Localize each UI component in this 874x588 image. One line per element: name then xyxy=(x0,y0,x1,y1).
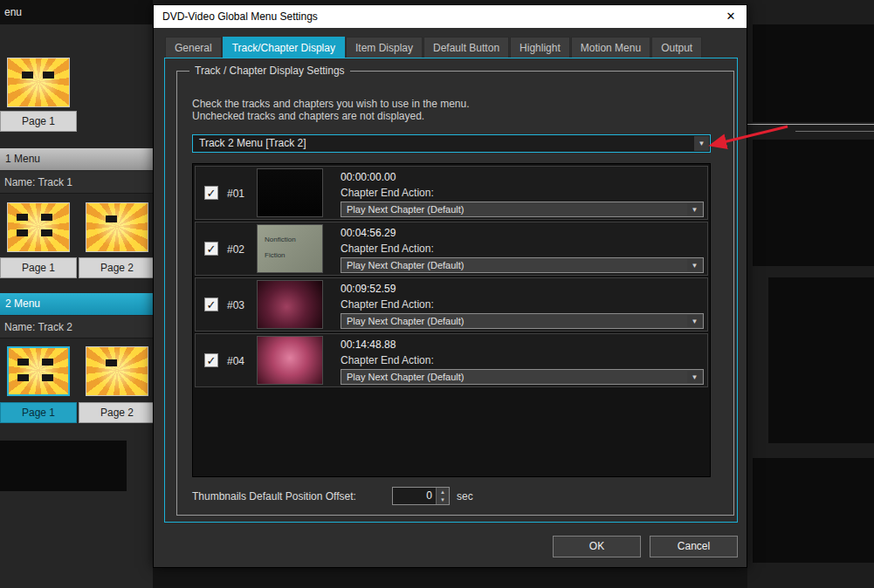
track2-page2-thumbnail[interactable] xyxy=(86,346,148,396)
tab-motion-menu[interactable]: Motion Menu xyxy=(571,37,650,58)
background-panel xyxy=(753,24,874,122)
background-panel xyxy=(753,140,874,266)
tab-default-button[interactable]: Default Button xyxy=(423,37,509,58)
tab-general[interactable]: General xyxy=(165,37,222,58)
annotation-arrow xyxy=(707,122,793,152)
thumbnail-text: Nonfiction xyxy=(265,236,296,243)
menu-button-shape xyxy=(17,214,28,221)
chapter-thumbnail: Nonfiction Fiction xyxy=(257,224,323,273)
tab-highlight[interactable]: Highlight xyxy=(510,37,570,58)
background-panel xyxy=(768,277,874,443)
instruction-line-1: Check the tracks and chapters you wish t… xyxy=(192,98,470,110)
chapter-thumbnail xyxy=(257,280,323,329)
chapter-checkbox[interactable]: ✓ xyxy=(204,186,218,200)
chapter-number: #01 xyxy=(227,188,244,200)
dialog-title: DVD-Video Global Menu Settings xyxy=(162,5,318,28)
chapter-checkbox[interactable]: ✓ xyxy=(204,353,218,367)
tab-output[interactable]: Output xyxy=(651,37,702,58)
menu-button-shape xyxy=(17,229,28,236)
chapter-timecode: 00:04:56.29 xyxy=(341,227,396,239)
chapter-end-action-value: Play Next Chapter (Default) xyxy=(347,202,465,216)
track1-page1-label[interactable]: Page 1 xyxy=(0,257,77,278)
chapter-number: #04 xyxy=(227,355,244,367)
track-chapter-display-group: Track / Chapter Display Settings Check t… xyxy=(176,71,734,516)
chapter-end-action-value: Play Next Chapter (Default) xyxy=(347,258,465,272)
spinner-down-icon[interactable]: ▼ xyxy=(436,496,449,505)
chapter-end-action-label: Chapter End Action: xyxy=(341,243,434,255)
chapter-checkbox[interactable]: ✓ xyxy=(204,242,218,256)
tab-content-panel: Track / Chapter Display Settings Check t… xyxy=(164,58,738,523)
thumbnail-offset-value: 0 xyxy=(426,488,432,504)
chapter-row: ✓ #03 00:09:52.59 Chapter End Action: Pl… xyxy=(195,277,708,332)
track2-menu-name: Name: Track 2 xyxy=(0,316,153,338)
track2-page1-thumbnail[interactable] xyxy=(7,346,70,396)
chapter-end-action-select[interactable]: Play Next Chapter (Default) ▼ xyxy=(341,202,704,217)
spinner-buttons: ▲ ▼ xyxy=(436,488,449,504)
chapter-end-action-value: Play Next Chapter (Default) xyxy=(347,370,465,384)
chevron-down-icon[interactable]: ▼ xyxy=(687,315,702,327)
chapter-checkbox[interactable]: ✓ xyxy=(204,297,218,311)
background-panel xyxy=(753,458,874,563)
chevron-down-icon[interactable]: ▼ xyxy=(687,259,702,271)
menu-button-shape xyxy=(42,359,53,366)
chapter-number: #03 xyxy=(227,299,244,311)
track1-page2-label[interactable]: Page 2 xyxy=(79,257,155,278)
track1-page1-thumbnail[interactable] xyxy=(7,202,70,252)
chapter-end-action-label: Chapter End Action: xyxy=(341,298,434,311)
track1-menu-name: Name: Track 1 xyxy=(0,171,153,194)
chapter-end-action-label: Chapter End Action: xyxy=(341,354,434,366)
chevron-down-icon[interactable]: ▼ xyxy=(687,203,702,215)
chapter-timecode: 00:00:00.00 xyxy=(341,171,396,183)
thumbnail-offset-spinner[interactable]: 0 ▲ ▼ xyxy=(392,487,450,505)
chapter-row: ✓ #02 Nonfiction Fiction 00:04:56.29 Cha… xyxy=(195,222,708,276)
project-panel: enu Page 1 1 Menu Name: Track 1 Page 1 P… xyxy=(0,0,153,588)
menu-button-shape xyxy=(17,359,29,366)
background-panel xyxy=(0,441,127,491)
ok-button[interactable]: OK xyxy=(553,536,641,557)
page-label[interactable]: Page 1 xyxy=(0,111,77,132)
spinner-up-icon[interactable]: ▲ xyxy=(436,488,449,496)
dialog-tabs: General Track/Chapter Display Item Displ… xyxy=(165,37,703,58)
track-menu-select-value: Track 2 Menu [Track 2] xyxy=(199,135,306,152)
thumbnail-offset-label: Thumbnails Default Position Offset: xyxy=(192,490,356,503)
chapter-end-action-value: Play Next Chapter (Default) xyxy=(347,314,465,328)
chapter-end-action-select[interactable]: Play Next Chapter (Default) ▼ xyxy=(341,257,704,273)
chapter-thumbnail xyxy=(257,336,323,385)
background-panel xyxy=(153,568,747,588)
menu-button-shape xyxy=(106,359,117,366)
chapter-end-action-select[interactable]: Play Next Chapter (Default) ▼ xyxy=(341,369,704,385)
screen: enu Page 1 1 Menu Name: Track 1 Page 1 P… xyxy=(0,0,874,588)
menu-button-shape xyxy=(41,229,52,236)
tab-track-chapter-display[interactable]: Track/Chapter Display xyxy=(223,37,345,58)
divider xyxy=(795,131,874,132)
menu-button-shape xyxy=(41,214,52,221)
thumbnail-text: Fiction xyxy=(265,251,286,259)
dialog-titlebar[interactable]: DVD-Video Global Menu Settings ✕ xyxy=(154,5,747,28)
menu-button-shape xyxy=(42,374,53,381)
cancel-button[interactable]: Cancel xyxy=(650,536,738,557)
track-menu-select[interactable]: Track 2 Menu [Track 2] ▼ xyxy=(192,134,711,153)
chevron-down-icon[interactable]: ▼ xyxy=(687,371,702,383)
chapter-timecode: 00:14:48.88 xyxy=(341,338,396,351)
chapter-row: ✓ #01 00:00:00.00 Chapter End Action: Pl… xyxy=(195,166,708,220)
menu-list-header: enu xyxy=(0,0,153,24)
chapter-timecode: 00:09:52.59 xyxy=(341,283,396,295)
tab-item-display[interactable]: Item Display xyxy=(346,37,423,58)
track2-page1-label[interactable]: Page 1 xyxy=(0,402,77,423)
instruction-line-2: Unchecked tracks and chapters are not di… xyxy=(192,110,424,122)
menu-button-shape xyxy=(43,72,54,79)
dvd-global-menu-settings-dialog: DVD-Video Global Menu Settings ✕ General… xyxy=(153,4,747,568)
group-title: Track / Chapter Display Settings xyxy=(189,65,350,77)
thumbnail-offset-unit: sec xyxy=(457,490,473,503)
track1-page2-thumbnail[interactable] xyxy=(86,202,148,252)
track2-page2-label[interactable]: Page 2 xyxy=(79,402,155,423)
chapter-end-action-label: Chapter End Action: xyxy=(341,187,434,199)
track1-menu-header[interactable]: 1 Menu xyxy=(0,148,153,170)
menu-page-thumbnail[interactable] xyxy=(7,58,70,107)
track2-menu-header[interactable]: 2 Menu xyxy=(0,293,153,315)
chapter-thumbnail xyxy=(257,168,323,217)
chapter-number: #02 xyxy=(227,243,244,256)
close-icon[interactable]: ✕ xyxy=(720,5,741,28)
chapter-end-action-select[interactable]: Play Next Chapter (Default) ▼ xyxy=(341,313,704,329)
chapter-row: ✓ #04 00:14:48.88 Chapter End Action: Pl… xyxy=(195,333,708,387)
